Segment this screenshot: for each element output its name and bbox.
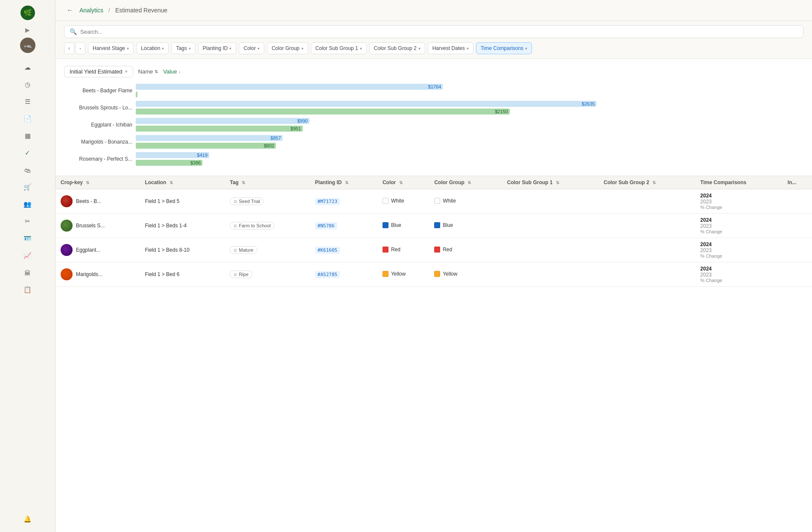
sidebar-item-building[interactable]: 🏛 [20, 265, 35, 280]
sidebar-item-document[interactable]: 📄 [20, 111, 35, 126]
cell-planting-id: #A52785 [310, 262, 377, 287]
col-color-group[interactable]: Color Group ⇅ [429, 176, 502, 189]
metric-select[interactable]: Initial Yield Estimated ▾ [64, 66, 133, 77]
sidebar-item-history[interactable]: ◷ [20, 77, 35, 92]
col-location[interactable]: Location ⇅ [140, 176, 225, 189]
col-planting-id[interactable]: Planting ID ⇅ [310, 176, 377, 189]
bar-group: $419 $386 [136, 152, 803, 166]
search-input[interactable] [80, 29, 798, 35]
filter-row: ‹ • Harvest Stage ▾ Location ▾ Tags ▾ Pl… [64, 42, 803, 54]
chart-row-brussels: Brussels Sprouts - Lo... $2635 $2150 [64, 100, 803, 115]
filter-color-group[interactable]: Color Group ▾ [267, 42, 308, 54]
bar-label: Eggplant - Ichiban [64, 122, 132, 128]
cell-init-yield [783, 189, 812, 214]
col-time-comp[interactable]: Time Comparisons [695, 176, 782, 189]
tag-icon: ⊙ [234, 223, 237, 228]
sidebar-item-grid[interactable]: ▦ [20, 128, 35, 144]
cell-crop-key: Beets - B... [55, 189, 140, 214]
filter-harvest-stage[interactable]: Harvest Stage ▾ [88, 42, 134, 54]
topbar: ← Analytics / Estimated Revenue [55, 0, 812, 21]
chevron-down-icon: ▾ [189, 46, 191, 51]
back-button[interactable]: ← [64, 4, 76, 16]
cell-color: Yellow [377, 262, 429, 287]
sort-icon: ⇅ [86, 180, 89, 185]
cell-color-sub1 [502, 262, 599, 287]
sidebar-item-clipboard[interactable]: 📋 [20, 282, 35, 297]
filter-planting-id[interactable]: Planting ID ▾ [198, 42, 237, 54]
sidebar-item-cloud[interactable]: ☁ [20, 60, 35, 75]
chevron-down-icon: ▾ [525, 46, 527, 51]
filter-harvest-dates[interactable]: Harvest Dates ▾ [428, 42, 473, 54]
chevron-down-icon: ▾ [467, 46, 469, 51]
chart-row-beets: Beets - Badger Flame $1764 [64, 83, 803, 98]
sort-value-button[interactable]: Value ↓ [163, 68, 181, 75]
sort-name-button[interactable]: Name ⇅ [138, 68, 158, 75]
bar-2024: $2635 [136, 101, 596, 107]
filter-time-comparisons[interactable]: Time Comparisons ▾ [476, 42, 532, 54]
cell-tag: ⊙ Farm to School [225, 214, 310, 238]
sidebar-item-bag[interactable]: 🛍 [20, 162, 35, 178]
main-content: ← Analytics / Estimated Revenue 🔍 ‹ • Ha… [55, 0, 812, 532]
color-group-swatch-yellow [434, 271, 440, 277]
sidebar-item-scissors[interactable]: ✂ [20, 214, 35, 229]
user-avatar[interactable]: 🦡 [20, 38, 35, 53]
sort-icon: ⇅ [652, 180, 656, 185]
cell-init-yield [783, 238, 812, 262]
filter-color[interactable]: Color ▾ [239, 42, 264, 54]
cell-location: Field 1 > Beds 8-10 [140, 238, 225, 262]
sidebar-item-check[interactable]: ✓ [20, 145, 35, 161]
sidebar-item-cart[interactable]: 🛒 [20, 179, 35, 195]
chevron-down-icon: ▾ [125, 69, 128, 74]
search-bar[interactable]: 🔍 [64, 25, 803, 38]
chevron-down-icon: ▾ [229, 46, 231, 51]
filter-color-sub2[interactable]: Color Sub Group 2 ▾ [369, 42, 425, 54]
sidebar-item-people[interactable]: 👥 [20, 197, 35, 212]
col-crop-key[interactable]: Crop-key ⇅ [55, 176, 140, 189]
cell-planting-id: #N5786 [310, 214, 377, 238]
cell-tag: ⊙ Ripe [225, 262, 310, 287]
color-group-swatch-blue [434, 222, 440, 228]
sort-icon: ⇅ [345, 180, 348, 185]
tag-icon: ⊙ [234, 272, 237, 277]
sidebar-item-id[interactable]: 🪪 [20, 231, 35, 246]
bar-2024: $990 [136, 118, 310, 124]
cell-color: Blue [377, 214, 429, 238]
bar-2023 [136, 91, 137, 97]
sidebar-item-bell[interactable]: 🔔 [20, 511, 35, 527]
col-tag[interactable]: Tag ⇅ [225, 176, 310, 189]
cell-location: Field 1 > Bed 6 [140, 262, 225, 287]
filter-prev-button[interactable]: ‹ [64, 42, 74, 54]
breadcrumb-separator: / [108, 7, 110, 14]
breadcrumb-current: Estimated Revenue [115, 7, 167, 14]
filter-color-sub1[interactable]: Color Sub Group 1 ▾ [311, 42, 367, 54]
table-row: Eggplant... Field 1 > Beds 8-10 ⊙ Mature… [55, 238, 812, 262]
cell-color-group: White [429, 189, 502, 214]
cell-color-sub1 [502, 238, 599, 262]
crop-image [61, 244, 73, 256]
table-row: Beets - B... Field 1 > Bed 5 ⊙ Seed Tria… [55, 189, 812, 214]
bar-label: Marigolds - Bonanza... [64, 139, 132, 145]
breadcrumb-analytics-link[interactable]: Analytics [79, 7, 103, 14]
sort-icon: ⇅ [169, 180, 173, 185]
filter-location[interactable]: Location ▾ [136, 42, 169, 54]
app-logo[interactable]: 🌿 [20, 5, 35, 21]
col-color[interactable]: Color ⇅ [377, 176, 429, 189]
bar-2023: $951 [136, 126, 303, 132]
tag-icon: ⊙ [234, 199, 237, 204]
color-swatch-white [383, 198, 388, 204]
sort-icon: ⇅ [467, 180, 471, 185]
cell-color: Red [377, 238, 429, 262]
cell-color: White [377, 189, 429, 214]
sort-down-icon: ↓ [179, 69, 181, 74]
col-color-sub2[interactable]: Color Sub Group 2 ⇅ [599, 176, 695, 189]
sidebar-item-analytics[interactable]: 📈 [20, 248, 35, 263]
sort-arrows-icon: ⇅ [155, 69, 158, 74]
bar-chart: Beets - Badger Flame $1764 Brussels Spro… [64, 83, 803, 166]
filter-tags[interactable]: Tags ▾ [171, 42, 195, 54]
chevron-down-icon: ▾ [418, 46, 421, 51]
sidebar-item-list[interactable]: ☰ [20, 94, 35, 109]
col-color-sub1[interactable]: Color Sub Group 1 ⇅ [502, 176, 599, 189]
sidebar-collapse-btn[interactable]: ▶ [23, 26, 32, 34]
crop-image [61, 220, 73, 232]
col-init-yield[interactable]: In... [783, 176, 812, 189]
